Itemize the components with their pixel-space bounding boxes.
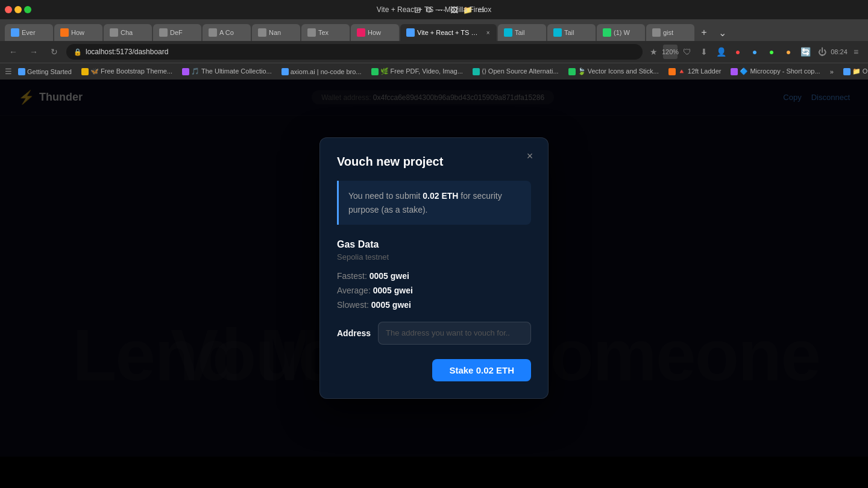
tab-close-vite[interactable]: × bbox=[485, 28, 491, 37]
bookmark-label-other: 📁 Other Bookmarks bbox=[852, 67, 868, 75]
tab-nan[interactable]: Nan bbox=[252, 24, 300, 41]
bookmark-favicon-other bbox=[843, 68, 851, 75]
zoom-badge: 120% bbox=[663, 45, 678, 59]
bookmark-ultimate[interactable]: 🎵 The Ultimate Collectio... bbox=[178, 66, 275, 77]
bookmark-label-12ft: 🔺 12ft Ladder bbox=[678, 67, 722, 75]
bookmark-opensource[interactable]: ⟨⟩ Open Source Alternati... bbox=[469, 66, 562, 77]
bookmark-bootstrap[interactable]: 🦋 Free Bootstrap Theme... bbox=[78, 66, 176, 77]
address-input[interactable] bbox=[378, 322, 531, 345]
gas-section-title: Gas Data bbox=[337, 239, 531, 250]
tab-tail1[interactable]: Tail bbox=[498, 24, 546, 41]
modal-close-button[interactable]: × bbox=[521, 148, 538, 164]
gas-fastest-label: Fastest: bbox=[337, 271, 367, 281]
tab-label-gist: gist bbox=[663, 29, 673, 36]
bookmark-microcopy[interactable]: 🔷 Microcopy - Short cop... bbox=[727, 66, 823, 77]
bookmark-favicon-axiom bbox=[281, 68, 289, 75]
gas-average-label: Average: bbox=[337, 286, 371, 295]
browser-window: ⊞ ⚙ ⋯ 🖼 📁 ▭ Vite + React + TS — Mozilla … bbox=[0, 0, 868, 457]
bookmark-free-pdf[interactable]: 🌿 Free PDF, Video, Imag... bbox=[368, 66, 467, 77]
bookmark-favicon-getting-started bbox=[18, 68, 25, 75]
tab-label-vite: Vite + React + TS — Mozilla Firefox bbox=[417, 29, 483, 36]
tab-bar: Ever How Cha DeF A Co Nan Tex How bbox=[0, 19, 868, 41]
window-controls bbox=[5, 6, 31, 13]
bookmarks-bar: ☰ Getting Started 🦋 Free Bootstrap Theme… bbox=[0, 63, 868, 80]
title-bar: ⊞ ⚙ ⋯ 🖼 📁 ▭ Vite + React + TS — Mozilla … bbox=[0, 0, 868, 19]
extension3-button[interactable]: ● bbox=[764, 45, 779, 59]
url-bar[interactable]: 🔒 localhost:5173/dashboard bbox=[66, 44, 643, 60]
bookmark-12ft[interactable]: 🔺 12ft Ladder bbox=[665, 66, 725, 77]
extension4-button[interactable]: ● bbox=[781, 45, 796, 59]
clock-display: 08:24 bbox=[832, 45, 846, 59]
gas-fastest-row: Fastest: 0005 gwei bbox=[337, 271, 531, 281]
bookmark-vector[interactable]: 🍃 Vector Icons and Stick... bbox=[565, 66, 662, 77]
bookmark-more-label: » bbox=[830, 68, 834, 75]
tab-favicon-how1 bbox=[60, 28, 69, 37]
bookmark-favicon-microcopy bbox=[731, 68, 738, 75]
bookmark-label-ultimate: 🎵 The Ultimate Collectio... bbox=[191, 67, 272, 75]
bookmark-getting-started[interactable]: Getting Started bbox=[14, 67, 75, 77]
extension1-button[interactable]: ● bbox=[731, 45, 745, 59]
bookmark-label-opensource: ⟨⟩ Open Source Alternati... bbox=[482, 67, 559, 75]
bookmark-label-getting-started: Getting Started bbox=[27, 68, 72, 75]
bookmark-label-microcopy: 🔷 Microcopy - Short cop... bbox=[740, 67, 820, 75]
window-title-label: Vite + React + TS — Mozilla Firefox bbox=[377, 5, 491, 14]
download-button[interactable]: ⬇ bbox=[697, 45, 711, 59]
bookmark-favicon-12ft bbox=[668, 68, 676, 75]
tab-how2[interactable]: How bbox=[351, 24, 399, 41]
tab-active-vite[interactable]: Vite + React + TS — Mozilla Firefox × bbox=[400, 24, 497, 41]
tab-list-button[interactable]: ⌄ bbox=[714, 24, 731, 41]
sync-button[interactable]: 🔄 bbox=[798, 45, 813, 59]
gas-slowest-label: Slowest: bbox=[337, 300, 369, 310]
tab-label-cha: Cha bbox=[121, 29, 133, 36]
gas-average-row: Average: 0005 gwei bbox=[337, 286, 531, 295]
maximize-window-button[interactable] bbox=[24, 6, 31, 13]
tab-cha[interactable]: Cha bbox=[104, 24, 152, 41]
tab-ever[interactable]: Ever bbox=[5, 24, 53, 41]
tab-how1[interactable]: How bbox=[54, 24, 102, 41]
nav-bar: ← → ↻ 🔒 localhost:5173/dashboard ★ 120% … bbox=[0, 41, 868, 63]
power-button[interactable]: ⏻ bbox=[815, 45, 829, 59]
tab-label-how2: How bbox=[368, 29, 381, 36]
bookmark-star-button[interactable]: ★ bbox=[646, 45, 661, 59]
shield-button[interactable]: 🛡 bbox=[680, 45, 694, 59]
reload-button[interactable]: ↻ bbox=[46, 43, 63, 60]
info-amount: 0.02 ETH bbox=[423, 191, 458, 201]
modal-overlay[interactable]: Vouch new project × You need to submit 0… bbox=[0, 80, 868, 457]
bookmark-axiom[interactable]: axiom.ai | no-code bro... bbox=[278, 67, 365, 77]
back-button[interactable]: ← bbox=[5, 43, 22, 60]
tab-label-tex: Tex bbox=[318, 29, 329, 36]
tab-favicon-gist bbox=[652, 28, 661, 37]
tab-tex[interactable]: Tex bbox=[301, 24, 350, 41]
modal-footer: Stake 0.02 ETH bbox=[337, 359, 531, 381]
close-window-button[interactable] bbox=[5, 6, 12, 13]
url-text: localhost:5173/dashboard bbox=[86, 48, 635, 56]
menu-button[interactable]: ≡ bbox=[849, 45, 863, 59]
tab-favicon-tail2 bbox=[553, 28, 562, 37]
minimize-window-button[interactable] bbox=[14, 6, 22, 13]
bookmarks-toggle[interactable]: ☰ bbox=[5, 64, 12, 79]
bookmark-other[interactable]: 📁 Other Bookmarks bbox=[840, 66, 868, 77]
profile-button[interactable]: 👤 bbox=[714, 45, 728, 59]
info-text-before: You need to submit bbox=[348, 191, 423, 201]
new-tab-button[interactable]: + bbox=[696, 24, 712, 41]
nav-actions: ★ 120% 🛡 ⬇ 👤 ● ● ● ● 🔄 ⏻ 08:24 ≡ bbox=[646, 45, 863, 59]
address-row: Address bbox=[337, 322, 531, 345]
stake-button[interactable]: Stake 0.02 ETH bbox=[432, 359, 531, 381]
forward-button[interactable]: → bbox=[25, 43, 42, 60]
tab-label-tail2: Tail bbox=[564, 29, 574, 36]
gas-section-subtitle: Sepolia testnet bbox=[337, 252, 531, 261]
bookmark-label-vector: 🍃 Vector Icons and Stick... bbox=[577, 67, 659, 75]
tab-gist[interactable]: gist bbox=[646, 24, 694, 41]
gas-fastest-value: 0005 gwei bbox=[370, 271, 409, 281]
tab-whatsapp[interactable]: (1) W bbox=[597, 24, 645, 41]
modal-title: Vouch new project bbox=[337, 155, 531, 169]
tab-aco[interactable]: A Co bbox=[203, 24, 251, 41]
bookmark-favicon-bootstrap bbox=[81, 68, 89, 75]
gas-slowest-row: Slowest: 0005 gwei bbox=[337, 300, 531, 310]
tab-def[interactable]: DeF bbox=[153, 24, 201, 41]
tab-tail2[interactable]: Tail bbox=[547, 24, 596, 41]
tab-favicon-whatsapp bbox=[603, 28, 611, 37]
tab-favicon-def bbox=[159, 28, 168, 37]
extension2-button[interactable]: ● bbox=[747, 45, 762, 59]
bookmark-more[interactable]: » bbox=[826, 67, 837, 77]
